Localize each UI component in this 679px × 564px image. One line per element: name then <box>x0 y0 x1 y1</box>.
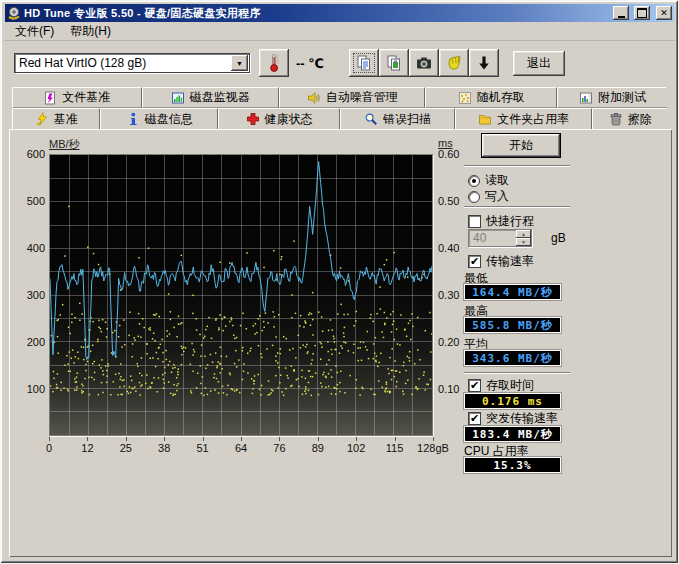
avg-speed-display: 343.6 MB/秒 <box>464 350 561 366</box>
tab-label: 磁盘监视器 <box>190 89 250 106</box>
write-mode-option[interactable]: 写入 <box>468 188 509 205</box>
y-axis-tick: 500 <box>13 195 45 207</box>
tab-folder-usage[interactable]: 文件夹占用率 <box>455 108 592 129</box>
stepper-buttons[interactable]: ▲▼ <box>516 230 531 246</box>
copy-text-icon <box>355 54 373 72</box>
access-time-checkbox[interactable]: ✔ <box>468 379 481 392</box>
tab-label: 文件夹占用率 <box>497 111 569 128</box>
x-axis-tickmark <box>164 437 165 441</box>
separator <box>464 206 570 208</box>
disk-monitor-icon <box>171 91 185 105</box>
window-title: HD Tune 专业版 5.50 - 硬盘/固态硬盘实用程序 <box>24 6 608 21</box>
read-radio[interactable] <box>468 175 480 187</box>
tab-error-scan[interactable]: 错误扫描 <box>340 108 455 129</box>
x-axis-tickmark <box>87 437 88 441</box>
tab-label: 附加测试 <box>598 89 646 106</box>
menu-bar: 文件(F) 帮助(H) <box>4 22 675 41</box>
tab-health[interactable]: 健康状态 <box>218 108 340 129</box>
x-axis-tickmark <box>241 437 242 441</box>
tab-benchmark[interactable]: 基准 <box>12 108 100 129</box>
y-axis-tick: 100 <box>13 383 45 395</box>
temperature-readout: -- ℃ <box>296 56 324 71</box>
transfer-rate-option[interactable]: ✔ 传输速率 <box>468 253 534 270</box>
copy-image-button[interactable] <box>379 49 409 77</box>
tab-label: 文件基准 <box>62 89 110 106</box>
write-radio-label: 写入 <box>485 188 509 205</box>
copy-image-icon <box>385 54 403 72</box>
short-stroke-size-value: 40 <box>469 231 516 245</box>
access-time-option[interactable]: ✔ 存取时间 <box>468 377 534 394</box>
tab-random-access[interactable]: 随机存取 <box>425 87 557 108</box>
folder-icon <box>478 112 492 126</box>
x-axis-tick: 128gB <box>410 442 456 454</box>
x-axis-tickmark <box>318 437 319 441</box>
short-stroke-checkbox[interactable] <box>468 215 481 228</box>
app-logo-icon <box>7 6 21 20</box>
exit-button-label: 退出 <box>527 55 551 72</box>
info-icon <box>126 112 140 126</box>
tab-aam[interactable]: 自动噪音管理 <box>279 87 425 108</box>
temperature-button[interactable] <box>259 49 289 77</box>
read-radio-label: 读取 <box>485 172 509 189</box>
start-button[interactable]: 开始 <box>482 134 560 157</box>
transfer-rate-checkbox[interactable]: ✔ <box>468 255 481 268</box>
x-axis-tickmark <box>356 437 357 441</box>
file-benchmark-icon <box>43 91 57 105</box>
short-stroke-size-stepper[interactable]: 40 ▲▼ <box>468 229 532 247</box>
burst-rate-checkbox[interactable]: ✔ <box>468 412 481 425</box>
burst-rate-display: 183.4 MB/秒 <box>464 426 561 442</box>
drive-select-value: Red Hat VirtIO (128 gB) <box>15 56 231 70</box>
maximize-button[interactable] <box>634 6 650 20</box>
x-axis-tickmark <box>279 437 280 441</box>
x-axis-tickmark <box>203 437 204 441</box>
toolbar-button-group <box>349 49 499 77</box>
read-mode-option[interactable]: 读取 <box>468 172 509 189</box>
access-time-label: 存取时间 <box>486 377 534 394</box>
y-axis-tick: 600 <box>13 148 45 160</box>
tab-file-benchmark[interactable]: 文件基准 <box>12 87 142 108</box>
tab-disk-monitor[interactable]: 磁盘监视器 <box>142 87 279 108</box>
random-access-icon <box>458 91 472 105</box>
menu-file[interactable]: 文件(F) <box>8 21 61 42</box>
menu-help[interactable]: 帮助(H) <box>63 21 118 42</box>
tab-extra-tests[interactable]: 附加测试 <box>557 87 667 108</box>
trash-icon <box>609 112 623 126</box>
cpu-usage-display: 15.3% <box>464 457 561 473</box>
stepper-down-icon[interactable]: ▼ <box>516 238 531 246</box>
thermometer-icon <box>266 53 282 73</box>
max-speed-display: 585.8 MB/秒 <box>464 317 561 333</box>
write-radio[interactable] <box>468 191 480 203</box>
x-axis-tickmark <box>395 437 396 441</box>
stepper-up-icon[interactable]: ▲ <box>516 230 531 238</box>
access-time-display: 0.176 ms <box>464 393 561 409</box>
plot-svg <box>50 155 432 435</box>
tab-label: 磁盘信息 <box>145 111 193 128</box>
magnifier-icon <box>364 112 378 126</box>
lightning-icon <box>35 112 49 126</box>
tab-disk-info[interactable]: 磁盘信息 <box>100 108 218 129</box>
close-button[interactable] <box>656 6 672 20</box>
x-axis-tickmark <box>49 437 50 441</box>
save-results-button[interactable] <box>469 49 499 77</box>
x-axis-tickmark <box>433 437 434 441</box>
start-button-label: 开始 <box>509 137 533 154</box>
tab-erase[interactable]: 擦除 <box>592 108 667 129</box>
toolbar: Red Hat VirtIO (128 gB) ▼ -- ℃ <box>4 41 675 85</box>
health-cross-icon <box>246 112 260 126</box>
temperature-unit: ℃ <box>308 56 324 71</box>
exit-button[interactable]: 退出 <box>513 51 565 76</box>
down-arrow-icon <box>475 54 493 72</box>
copy-text-button[interactable] <box>349 49 379 77</box>
drive-select[interactable]: Red Hat VirtIO (128 gB) ▼ <box>14 53 250 73</box>
title-bar[interactable]: HD Tune 专业版 5.50 - 硬盘/固态硬盘实用程序 <box>5 4 674 22</box>
x-axis-tickmark <box>126 437 127 441</box>
chevron-down-icon[interactable]: ▼ <box>231 55 248 71</box>
tab-row-front: 基准 磁盘信息 健康状态 错误扫描 文件夹占用率 擦除 <box>12 108 667 129</box>
short-stroke-option[interactable]: 快捷行程 <box>468 213 534 230</box>
minimize-button[interactable] <box>613 6 629 20</box>
hand-button[interactable] <box>439 49 469 77</box>
benchmark-page: MB/秒 ms 600500400300200100 0.600.500.400… <box>9 129 672 557</box>
screenshot-button[interactable] <box>409 49 439 77</box>
hand-icon <box>445 54 463 72</box>
burst-rate-option[interactable]: ✔ 突发传输速率 <box>468 410 558 427</box>
